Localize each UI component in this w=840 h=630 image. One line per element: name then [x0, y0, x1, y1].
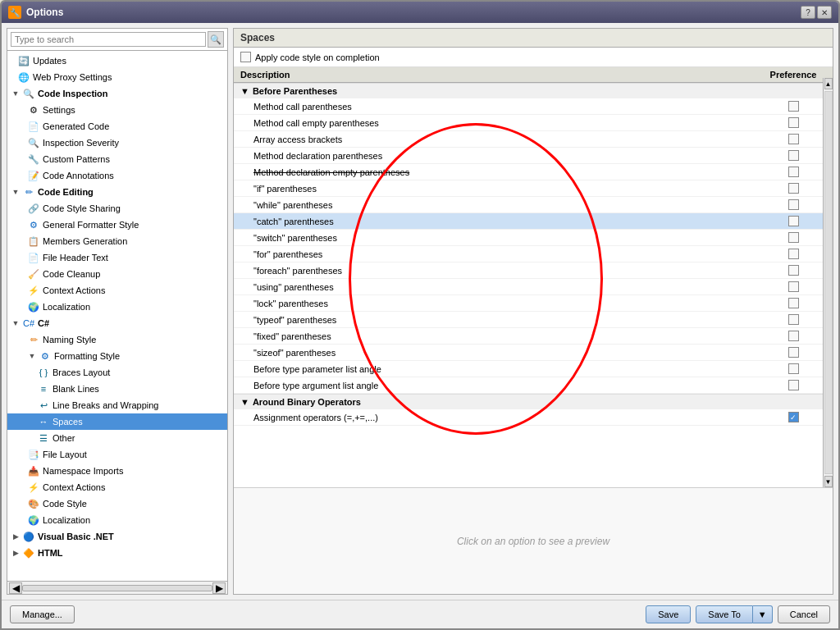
tree-item-file-layout[interactable]: 📑 File Layout	[7, 446, 227, 463]
tree-item-localization-editing[interactable]: 🌍 Localization	[7, 299, 227, 315]
help-button[interactable]: ?	[801, 6, 815, 19]
tree-item-formatting-style[interactable]: ▼ ⚙ Formatting Style	[7, 348, 227, 364]
row-check-using-parens[interactable]	[760, 281, 826, 292]
tree-item-code-annotations[interactable]: 📝 Code Annotations	[7, 167, 227, 184]
row-check-method-decl[interactable]	[760, 150, 826, 161]
row-fixed-parens[interactable]: "fixed" parentheses	[234, 328, 833, 345]
cb-typeof-parens[interactable]	[788, 314, 799, 325]
close-button[interactable]: ✕	[817, 6, 832, 19]
tree-item-spaces[interactable]: ↔ Spaces	[7, 413, 227, 430]
row-assignment-ops[interactable]: Assignment operators (=,+=,...)	[234, 409, 833, 426]
row-for-parens[interactable]: "for" parentheses	[234, 246, 833, 262]
row-check-for-parens[interactable]	[760, 249, 826, 259]
tree-item-braces-layout[interactable]: { } Braces Layout	[7, 364, 227, 381]
cb-switch-parens[interactable]	[788, 232, 799, 243]
cb-method-decl[interactable]	[788, 150, 799, 161]
row-check-method-call-empty[interactable]	[760, 117, 826, 128]
row-method-call-parens[interactable]: Method call parentheses	[234, 98, 833, 115]
search-button[interactable]: 🔍	[208, 31, 224, 48]
tree-item-naming-style[interactable]: ✏ Naming Style	[7, 331, 227, 348]
cb-catch-parens[interactable]	[788, 216, 799, 226]
tree-item-namespace-imports[interactable]: 📥 Namespace Imports	[7, 463, 227, 479]
tree-item-generated-code[interactable]: 📄 Generated Code	[7, 118, 227, 135]
cb-type-param-angle[interactable]	[788, 363, 799, 374]
row-method-call-empty[interactable]: Method call empty parentheses	[234, 115, 833, 131]
row-lock-parens[interactable]: "lock" parentheses	[234, 295, 833, 312]
save-to-dropdown-button[interactable]: ▼	[753, 605, 773, 623]
row-check-sizeof-parens[interactable]	[760, 347, 826, 358]
tree-item-context-actions-editing[interactable]: ⚡ Context Actions	[7, 282, 227, 299]
row-method-decl-empty[interactable]: Method declaration empty parentheses	[234, 164, 833, 180]
row-check-type-param-angle[interactable]	[760, 363, 826, 374]
tree-item-custom-patterns[interactable]: 🔧 Custom Patterns	[7, 151, 227, 167]
scroll-right-btn[interactable]: ▶	[212, 582, 226, 594]
scroll-track[interactable]	[22, 585, 212, 591]
scroll-thumb[interactable]	[824, 91, 833, 474]
search-input[interactable]	[11, 32, 206, 47]
tree-section-code-inspection[interactable]: ▼ 🔍 Code Inspection	[7, 85, 227, 102]
cancel-button[interactable]: Cancel	[778, 605, 830, 623]
tree-item-members-generation[interactable]: 📋 Members Generation	[7, 233, 227, 249]
cb-foreach-parens[interactable]	[788, 265, 799, 276]
tree-item-updates[interactable]: 🔄 Updates	[7, 52, 227, 69]
row-while-parens[interactable]: "while" parentheses	[234, 197, 833, 213]
cb-while-parens[interactable]	[788, 199, 799, 210]
cb-sizeof-parens[interactable]	[788, 347, 799, 358]
scroll-left-btn[interactable]: ◀	[9, 582, 22, 594]
row-foreach-parens[interactable]: "foreach" parentheses	[234, 262, 833, 279]
row-check-foreach-parens[interactable]	[760, 265, 826, 276]
manage-button[interactable]: Manage...	[10, 605, 75, 623]
scroll-down-btn[interactable]: ▼	[824, 476, 833, 487]
row-switch-parens[interactable]: "switch" parentheses	[234, 230, 833, 246]
row-method-decl-parens[interactable]: Method declaration parentheses	[234, 148, 833, 164]
section-before-parens[interactable]: ▼ Before Parentheses	[234, 83, 833, 98]
row-check-assignment-ops[interactable]	[760, 412, 826, 422]
tree-item-file-header-text[interactable]: 📄 File Header Text	[7, 249, 227, 266]
cb-method-decl-empty[interactable]	[788, 167, 799, 177]
tree-section-html[interactable]: ▶ 🔶 HTML	[7, 545, 227, 561]
row-check-switch-parens[interactable]	[760, 232, 826, 243]
cb-for-parens[interactable]	[788, 249, 799, 259]
tree-item-inspection-severity[interactable]: 🔍 Inspection Severity	[7, 135, 227, 151]
tree-item-context-actions-cs[interactable]: ⚡ Context Actions	[7, 479, 227, 495]
row-typeof-parens[interactable]: "typeof" parentheses	[234, 312, 833, 328]
tree-item-general-formatter[interactable]: ⚙ General Formatter Style	[7, 217, 227, 233]
cb-if-parens[interactable]	[788, 183, 799, 194]
row-check-catch-parens[interactable]	[760, 216, 826, 226]
save-button[interactable]: Save	[646, 605, 691, 623]
tree-section-csharp[interactable]: ▼ C# C#	[7, 315, 227, 331]
row-type-arg-angle[interactable]: Before type argument list angle	[234, 377, 833, 394]
section-around-binary[interactable]: ▼ Around Binary Operators	[234, 394, 833, 409]
scroll-up-btn[interactable]: ▲	[824, 78, 833, 89]
tree-item-code-style-cs[interactable]: 🎨 Code Style	[7, 495, 227, 512]
tree-item-line-breaks[interactable]: ↩ Line Breaks and Wrapping	[7, 397, 227, 413]
tree-item-blank-lines[interactable]: ≡ Blank Lines	[7, 381, 227, 397]
cb-assignment-ops[interactable]	[788, 412, 799, 422]
cb-using-parens[interactable]	[788, 281, 799, 292]
cb-method-call-empty[interactable]	[788, 117, 799, 128]
cb-fixed-parens[interactable]	[788, 331, 799, 341]
row-check-if-parens[interactable]	[760, 183, 826, 194]
row-catch-parens[interactable]: "catch" parentheses	[234, 213, 833, 230]
row-using-parens[interactable]: "using" parentheses	[234, 279, 833, 295]
row-check-type-arg-angle[interactable]	[760, 380, 826, 390]
row-check-method-call[interactable]	[760, 101, 826, 112]
tree-item-settings[interactable]: ⚙ Settings	[7, 102, 227, 118]
apply-code-style-checkbox[interactable]	[240, 52, 251, 62]
row-sizeof-parens[interactable]: "sizeof" parentheses	[234, 345, 833, 361]
tree-item-code-style-sharing[interactable]: 🔗 Code Style Sharing	[7, 200, 227, 217]
row-check-while-parens[interactable]	[760, 199, 826, 210]
tree-container[interactable]: 🔄 Updates 🌐 Web Proxy Settings ▼ 🔍 Code …	[7, 51, 227, 581]
row-if-parens[interactable]: "if" parentheses	[234, 180, 833, 197]
tree-item-localization-cs[interactable]: 🌍 Localization	[7, 512, 227, 528]
cb-type-arg-angle[interactable]	[788, 380, 799, 390]
cb-array-access[interactable]	[788, 134, 799, 144]
row-type-param-angle[interactable]: Before type parameter list angle	[234, 361, 833, 377]
row-array-access[interactable]: Array access brackets	[234, 131, 833, 148]
tree-section-code-editing[interactable]: ▼ ✏ Code Editing	[7, 184, 227, 200]
save-to-button[interactable]: Save To	[696, 605, 753, 623]
row-check-typeof-parens[interactable]	[760, 314, 826, 325]
table-body[interactable]: ▼ Before Parentheses Method call parenth…	[234, 83, 833, 487]
row-check-array-access[interactable]	[760, 134, 826, 144]
row-check-lock-parens[interactable]	[760, 298, 826, 308]
